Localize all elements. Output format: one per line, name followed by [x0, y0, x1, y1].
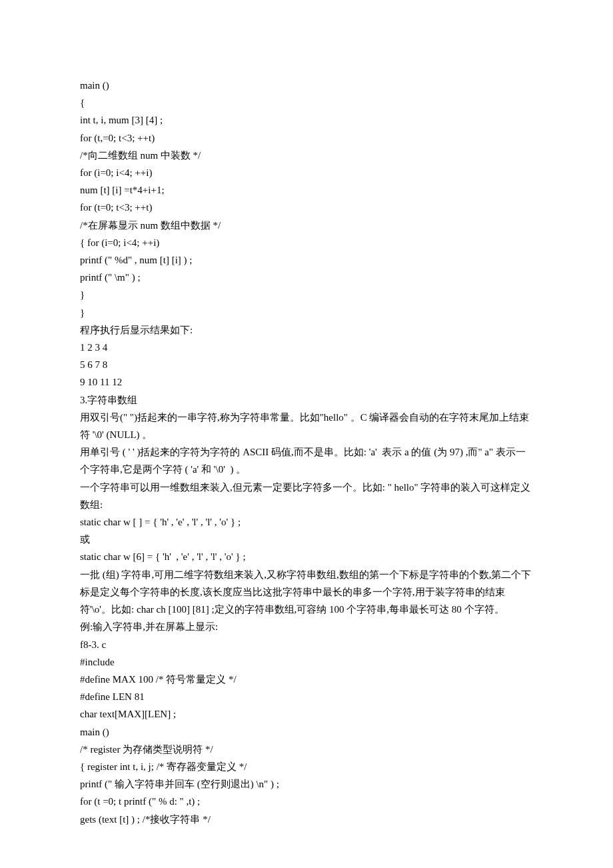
code-line: }: [80, 286, 533, 303]
paragraph-line: 一批 (组) 字符串,可用二维字符数组来装入,又称字符串数组,数组的第一个下标是…: [80, 566, 533, 619]
output-line: 5 6 7 8: [80, 356, 533, 373]
code-line: printf (" \m" ) ;: [80, 269, 533, 286]
code-line: }: [80, 304, 533, 321]
text-line: 程序执行后显示结果如下:: [80, 321, 533, 339]
code-line: main (): [80, 723, 533, 741]
code-line: int t, i, mum [3] [4] ;: [80, 111, 533, 129]
code-line: static char w [6] = { 'h' , 'e' , 'l' , …: [80, 548, 533, 565]
code-line: #include: [80, 653, 533, 671]
code-line: for (i=0; i<4; ++i): [80, 164, 533, 181]
code-line: char text[MAX][LEN] ;: [80, 705, 533, 723]
text-line: 例:输入字符串,并在屏幕上显示:: [80, 618, 533, 635]
code-line: printf (" 输入字符串并回车 (空行则退出) \n" ) ;: [80, 775, 533, 793]
code-line: { for (i=0; i<4; ++i): [80, 234, 533, 251]
code-line: printf (" %d" , num [t] [i] ) ;: [80, 251, 533, 269]
heading-line: 3.字符串数组: [80, 391, 533, 409]
code-line: gets (text [t] ) ; /*接收字符串 */: [80, 811, 533, 828]
code-line: for (t=0; t<3; ++t): [80, 199, 533, 216]
code-line: for (t =0; t printf (" % d: " ,t) ;: [80, 793, 533, 810]
code-line: /* register 为存储类型说明符 */: [80, 741, 533, 758]
code-line: f8-3. c: [80, 636, 533, 653]
paragraph-line: 用单引号 ( ' ' )括起来的字符为字符的 ASCII 码值,而不是串。比如:…: [80, 443, 533, 478]
paragraph-line: 一个字符串可以用一维数组来装入,但元素一定要比字符多一个。比如: " hello…: [80, 479, 533, 513]
code-line: #define MAX 100 /* 符号常量定义 */: [80, 671, 533, 688]
code-line: #define LEN 81: [80, 688, 533, 705]
paragraph-line: 用双引号(" ")括起来的一串字符,称为字符串常量。比如"hello" 。C 编…: [80, 409, 533, 443]
code-line: { register int t, i, j; /* 寄存器变量定义 */: [80, 758, 533, 775]
code-line: static char w [ ] = { 'h' , 'e' , 'l' , …: [80, 513, 533, 531]
text-line: 或: [80, 531, 533, 548]
code-line: /*在屏幕显示 num 数组中数据 */: [80, 217, 533, 234]
code-line: /*向二维数组 num 中装数 */: [80, 147, 533, 164]
code-line: for (t,=0; t<3; ++t): [80, 129, 533, 147]
output-line: 1 2 3 4: [80, 339, 533, 356]
code-line: {: [80, 94, 533, 111]
document-page: main () { int t, i, mum [3] [4] ; for (t…: [0, 0, 613, 868]
code-line: main (): [80, 77, 533, 94]
output-line: 9 10 11 12: [80, 373, 533, 391]
code-line: num [t] [i] =t*4+i+1;: [80, 181, 533, 199]
